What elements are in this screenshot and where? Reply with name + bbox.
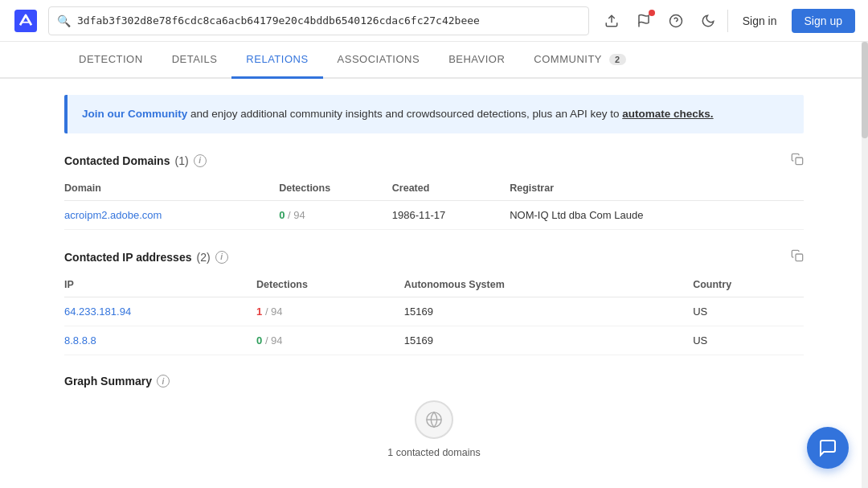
- contacted-domains-section: Contacted Domains (1) i Domain Detection…: [64, 153, 804, 230]
- col-registrar: Registrar: [510, 178, 804, 201]
- main-content: Join our Community and enjoy additional …: [0, 79, 868, 488]
- detection-total: / 94: [288, 209, 305, 221]
- ip-detection-value-1: 1: [256, 306, 262, 318]
- tab-community[interactable]: COMMUNITY 2: [519, 42, 640, 79]
- flag-button[interactable]: [631, 8, 657, 34]
- header-actions: Sign in Sign up: [599, 8, 855, 34]
- search-icon: 🔍: [57, 14, 71, 27]
- ip-link-2[interactable]: 8.8.8.8: [64, 334, 96, 347]
- graph-summary-title: Graph Summary i: [64, 375, 804, 388]
- upload-button[interactable]: [599, 8, 624, 34]
- col-autonomous-system: Autonomous System: [404, 274, 693, 297]
- ip-detection-total-2: / 94: [265, 334, 283, 347]
- table-row: 64.233.181.94 1 / 94 15169 US: [64, 297, 804, 326]
- contacted-domains-table: Domain Detections Created Registrar acro…: [64, 178, 804, 230]
- ip-detection-value-2: 0: [256, 334, 262, 347]
- sign-up-button[interactable]: Sign up: [792, 9, 855, 33]
- svg-rect-6: [796, 254, 803, 261]
- autonomous-system-1: 15169: [404, 297, 693, 326]
- col-created: Created: [392, 178, 510, 201]
- automate-checks-link[interactable]: automate checks.: [622, 108, 713, 120]
- country-1: US: [693, 297, 804, 326]
- search-bar[interactable]: 🔍: [48, 6, 589, 35]
- community-banner: Join our Community and enjoy additional …: [64, 95, 804, 133]
- contacted-ips-copy-icon[interactable]: [791, 249, 804, 265]
- sign-in-button[interactable]: Sign in: [735, 10, 785, 32]
- graph-area: 1 contacted domains: [64, 397, 804, 461]
- help-button[interactable]: [663, 8, 689, 34]
- dark-mode-button[interactable]: [695, 8, 721, 34]
- logo[interactable]: [13, 8, 39, 34]
- col-domain: Domain: [64, 178, 279, 201]
- table-row: 8.8.8.8 0 / 94 15169 US: [64, 326, 804, 355]
- domain-link[interactable]: acroipm2.adobe.com: [64, 209, 162, 221]
- table-row: acroipm2.adobe.com 0 / 94 1986-11-17 NOM…: [64, 201, 804, 230]
- created-date: 1986-11-17: [392, 201, 510, 230]
- header-divider: [727, 10, 728, 32]
- scrollbar-thumb[interactable]: [862, 42, 868, 138]
- tab-detection[interactable]: DETECTION: [64, 42, 158, 79]
- contacted-ips-section: Contacted IP addresses (2) i IP Detectio…: [64, 249, 804, 355]
- contacted-ips-info-icon[interactable]: i: [215, 251, 228, 264]
- col-country: Country: [693, 274, 804, 297]
- svg-rect-0: [14, 10, 37, 32]
- tab-details[interactable]: DETAILS: [158, 42, 232, 79]
- search-input[interactable]: [77, 14, 580, 27]
- contacted-domains-title: Contacted Domains (1) i: [64, 154, 207, 167]
- contacted-domains-header: Contacted Domains (1) i: [64, 153, 804, 168]
- contacted-ips-header: Contacted IP addresses (2) i: [64, 249, 804, 265]
- scrollbar-track[interactable]: [862, 42, 868, 488]
- chat-button[interactable]: [807, 427, 849, 469]
- tab-associations[interactable]: ASSOCIATIONS: [323, 42, 435, 79]
- join-community-link[interactable]: Join our Community: [82, 108, 187, 120]
- col-ip-detections: Detections: [256, 274, 404, 297]
- tab-relations[interactable]: RELATIONS: [231, 42, 322, 79]
- graph-summary-info-icon[interactable]: i: [157, 375, 170, 388]
- col-detections: Detections: [279, 178, 392, 201]
- autonomous-system-2: 15169: [404, 326, 693, 355]
- contacted-ips-table: IP Detections Autonomous System Country …: [64, 274, 804, 355]
- ip-link-1[interactable]: 64.233.181.94: [64, 306, 131, 318]
- contacted-domains-info-icon[interactable]: i: [194, 154, 207, 167]
- contacted-ips-title: Contacted IP addresses (2) i: [64, 251, 228, 264]
- flag-badge: [649, 10, 655, 16]
- graph-summary-section: Graph Summary i: [64, 375, 804, 461]
- col-ip: IP: [64, 274, 256, 297]
- registrar: NOM-IQ Ltd dba Com Laude: [510, 201, 804, 230]
- svg-rect-5: [796, 158, 803, 165]
- detection-value: 0: [279, 209, 285, 221]
- contacted-domains-copy-icon[interactable]: [791, 153, 804, 168]
- graph-legend: 1 contacted domains: [387, 444, 480, 458]
- tab-behavior[interactable]: BEHAVIOR: [434, 42, 519, 79]
- header: 🔍: [0, 0, 868, 42]
- country-2: US: [693, 326, 804, 355]
- tabs-bar: DETECTION DETAILS RELATIONS ASSOCIATIONS…: [0, 42, 868, 79]
- ip-detection-total-1: / 94: [265, 306, 283, 318]
- community-badge: 2: [609, 54, 626, 65]
